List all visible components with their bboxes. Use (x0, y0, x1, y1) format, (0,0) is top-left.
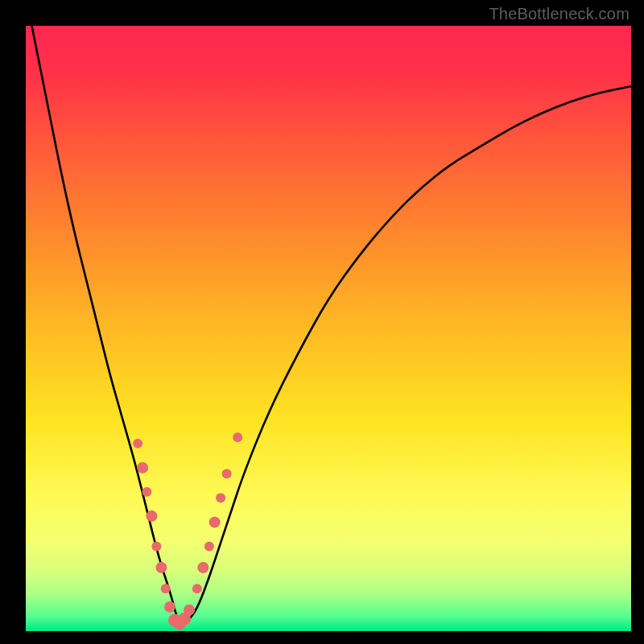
data-marker (151, 542, 161, 551)
chart-frame: TheBottleneck.com (0, 0, 644, 644)
data-marker (209, 517, 221, 528)
plot-area (26, 26, 631, 631)
data-marker (142, 487, 151, 497)
data-marker (197, 562, 208, 573)
data-marker (204, 542, 214, 551)
data-marker (133, 439, 142, 448)
data-marker (161, 584, 171, 593)
marker-group (133, 432, 242, 630)
curve-layer (26, 26, 631, 631)
data-marker (155, 562, 167, 573)
data-marker (146, 510, 157, 522)
data-marker (184, 605, 195, 616)
data-marker (137, 462, 148, 473)
data-marker (216, 493, 225, 503)
data-marker (233, 432, 242, 442)
data-marker (192, 584, 202, 593)
watermark-text: TheBottleneck.com (489, 5, 630, 23)
data-marker (164, 601, 175, 613)
bottleneck-curve (26, 26, 631, 623)
data-marker (222, 469, 232, 478)
